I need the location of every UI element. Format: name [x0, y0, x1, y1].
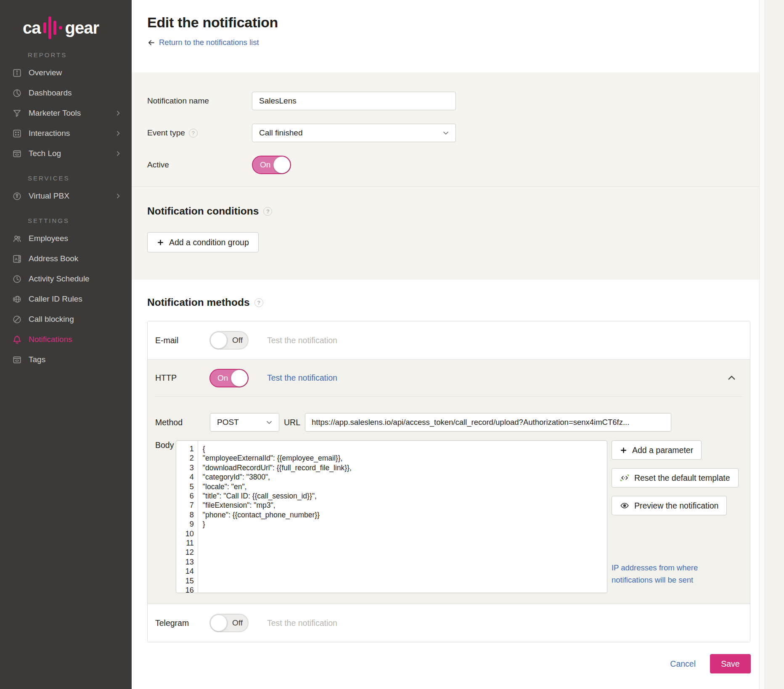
email-label: E-mail [155, 336, 209, 345]
http-test-link[interactable]: Test the notification [267, 373, 337, 383]
eye-icon [620, 501, 629, 510]
chevron-right-icon [114, 129, 122, 139]
body-editor[interactable]: 12345678910111213141516 {"employeeExtern… [176, 440, 607, 593]
sidebar-item-employees[interactable]: Employees [0, 228, 132, 249]
address-book-icon: A [11, 253, 23, 265]
help-icon[interactable]: ? [263, 207, 272, 216]
logo-text-left: ca [23, 19, 41, 37]
sidebar-item-dashboards[interactable]: Dashboards [0, 83, 132, 103]
telegram-toggle[interactable]: Off [209, 614, 249, 632]
save-button[interactable]: Save [710, 654, 751, 673]
sidebar-item-notifications[interactable]: Notifications [0, 329, 132, 350]
sidebar-item-caller-id-rules[interactable]: Caller ID Rules [0, 289, 132, 309]
notification-methods-section: Notification methods ? E-mail Off Test t… [132, 280, 759, 673]
sidebar-item-interactions[interactable]: Interactions [0, 123, 132, 143]
line-number: 14 [176, 567, 194, 576]
conditions-title: Notification conditions ? [147, 205, 759, 217]
line-number: 7 [176, 501, 194, 510]
tags-icon [11, 354, 23, 366]
code-template-icon [620, 473, 629, 482]
plus-icon [157, 239, 164, 246]
interactions-icon [11, 128, 23, 139]
form-footer: Cancel Save [147, 642, 759, 673]
help-icon[interactable]: ? [189, 129, 198, 138]
code-line: "downloadRecordUrl": {{full_record_file_… [203, 463, 603, 472]
telegram-label: Telegram [155, 618, 209, 628]
logo-soundwave-icon [43, 16, 62, 39]
line-number: 4 [176, 472, 194, 482]
chevron-down-icon [442, 129, 450, 137]
http-label: HTTP [155, 373, 209, 383]
block-icon [11, 314, 23, 325]
chevron-right-icon [114, 109, 122, 119]
sidebar-section-reports: REPORTS [28, 51, 132, 58]
overview-icon [11, 67, 23, 79]
event-type-select[interactable]: Call finished [252, 124, 456, 142]
people-icon [11, 233, 23, 244]
return-link[interactable]: Return to the notifications list [147, 38, 259, 47]
url-label: URL [284, 418, 305, 427]
code-line: "phone": {{contact_phone_number}} [203, 510, 603, 519]
bell-icon [11, 334, 23, 345]
add-parameter-button[interactable]: Add a parameter [612, 440, 702, 460]
notification-name-label: Notification name [147, 96, 252, 106]
code-line: } [203, 519, 603, 529]
reset-template-button[interactable]: Reset the default template [612, 468, 739, 488]
methods-card: E-mail Off Test the notification HTTP On [147, 321, 750, 642]
code-line: "employeeExternalId": {{employee_email}}… [203, 453, 603, 463]
main-content: Edit the notification Return to the noti… [132, 0, 759, 689]
sidebar-item-tags[interactable]: Tags [0, 350, 132, 370]
sidebar-item-activity-schedule[interactable]: Activity Schedule [0, 269, 132, 289]
preview-notification-button[interactable]: Preview the notification [612, 496, 727, 515]
dashboards-icon [11, 87, 23, 99]
chevron-down-icon [265, 418, 273, 427]
line-number: 3 [176, 463, 194, 472]
logo-text-right: gear [65, 19, 99, 37]
sidebar-item-overview[interactable]: Overview [0, 63, 132, 83]
chevron-right-icon [114, 149, 122, 159]
telegram-method-row: Telegram Off Test the notification [148, 604, 750, 642]
svg-text:A: A [15, 256, 18, 261]
body-code[interactable]: {"employeeExternalId": {{employee_email}… [198, 441, 607, 593]
chevron-right-icon [114, 192, 122, 202]
line-numbers: 12345678910111213141516 [176, 441, 198, 593]
line-number: 11 [176, 538, 194, 548]
line-number: 5 [176, 482, 194, 491]
line-number: 10 [176, 529, 194, 538]
callgear-logo[interactable]: ca gear [0, 0, 132, 40]
active-toggle[interactable]: On [252, 156, 291, 174]
collapse-http-button[interactable] [726, 372, 737, 385]
url-input[interactable] [305, 413, 671, 432]
cancel-button[interactable]: Cancel [670, 659, 696, 669]
http-toggle[interactable]: On [209, 369, 249, 387]
body-label: Body [155, 440, 176, 450]
line-number: 15 [176, 576, 194, 586]
page-header: Edit the notification Return to the noti… [132, 0, 759, 72]
notification-name-input[interactable] [252, 92, 456, 110]
code-line: "fileExtension": "mp3", [203, 501, 603, 510]
plus-icon [620, 447, 627, 454]
sidebar-item-call-blocking[interactable]: Call blocking [0, 309, 132, 329]
scrollbar-track[interactable] [759, 0, 765, 689]
clock-icon [11, 273, 23, 285]
page-title: Edit the notification [147, 14, 759, 31]
sidebar-item-marketer-tools[interactable]: Marketer Tools [0, 103, 132, 123]
sidebar-item-tech-log[interactable]: Tech Log [0, 143, 132, 164]
toggle-knob [210, 332, 227, 349]
method-label: Method [155, 418, 210, 427]
ip-addresses-link[interactable]: IP addresses from where notifications wi… [612, 562, 709, 586]
telegram-test-link: Test the notification [267, 618, 337, 628]
add-condition-group-button[interactable]: Add a condition group [147, 232, 259, 252]
sidebar-item-address-book[interactable]: A Address Book [0, 249, 132, 269]
active-label: Active [147, 160, 252, 170]
email-toggle[interactable]: Off [209, 331, 249, 350]
http-method-select[interactable]: POST [210, 413, 279, 432]
email-method-row: E-mail Off Test the notification [148, 321, 750, 359]
sidebar-item-virtual-pbx[interactable]: Virtual PBX [0, 186, 132, 206]
help-icon[interactable]: ? [254, 298, 263, 307]
chevron-up-icon [726, 372, 737, 384]
line-number: 9 [176, 519, 194, 529]
globe-phone-icon [11, 294, 23, 305]
toggle-knob [273, 156, 290, 173]
code-line: { [203, 444, 603, 453]
